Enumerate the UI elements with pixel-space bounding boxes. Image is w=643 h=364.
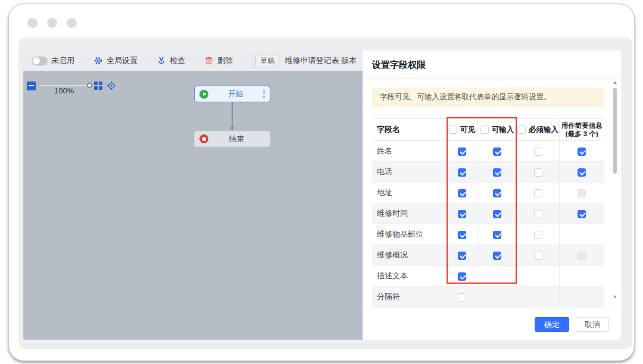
table-row: 姓名 — [372, 141, 604, 162]
required-checkbox[interactable] — [534, 252, 542, 260]
summary-cell — [559, 203, 604, 224]
summary-cell — [559, 224, 604, 245]
field-name-cell: 描述文本 — [372, 266, 447, 287]
visible-checkbox[interactable] — [458, 272, 466, 281]
summary-checkbox — [578, 252, 586, 260]
visible-cell — [447, 245, 477, 266]
column-header-required: 必须输入 — [517, 119, 559, 141]
summary-checkbox[interactable] — [578, 210, 586, 218]
summary-cell — [559, 266, 604, 287]
summary-cell — [559, 162, 604, 183]
panel-body: 字段可见、可输入设置将取代表单的显示逻辑设置。 字段名可见可输入必须输入用作简要… — [363, 79, 621, 309]
cancel-button[interactable]: 取消 — [576, 317, 609, 332]
field-name-cell: 姓名 — [372, 141, 447, 162]
required-cell — [517, 183, 559, 203]
node-menu-icon[interactable] — [263, 90, 265, 98]
visible-all-checkbox[interactable] — [449, 125, 457, 134]
end-node-label: 结束 — [208, 134, 265, 145]
required-cell — [517, 162, 559, 183]
table-row: 地址 — [372, 183, 604, 203]
locate-target-icon[interactable] — [107, 81, 116, 90]
required-checkbox[interactable] — [534, 168, 542, 177]
visible-cell — [447, 287, 477, 307]
delete-label: 删除 — [217, 55, 233, 66]
scroll-down-icon[interactable] — [613, 296, 617, 299]
required-checkbox[interactable] — [534, 231, 542, 239]
delete-button[interactable]: 删除 — [204, 55, 233, 66]
zoom-level: 100% — [54, 86, 74, 95]
visible-checkbox[interactable] — [458, 293, 466, 302]
column-header-editable: 可输入 — [477, 119, 517, 141]
draft-badge: 草稿 — [255, 55, 279, 67]
visible-checkbox[interactable] — [458, 189, 466, 197]
flow-edge-arrow — [232, 102, 233, 127]
panel-scrollbar[interactable] — [613, 80, 617, 300]
app-window: 未启用 全局设置 — [8, 4, 635, 361]
required-all-checkbox[interactable] — [517, 125, 526, 134]
global-settings-button[interactable]: 全局设置 — [93, 55, 138, 66]
window-dot-2[interactable] — [47, 18, 57, 28]
summary-cell — [559, 245, 604, 266]
editable-cell — [477, 183, 517, 203]
editable-checkbox[interactable] — [493, 168, 501, 177]
table-row: 分隔符 — [372, 287, 604, 307]
start-node-label: 开始 — [208, 89, 263, 99]
visible-cell — [447, 266, 477, 287]
visible-checkbox[interactable] — [458, 168, 466, 177]
flow-canvas[interactable]: 100% 开始 结束 — [23, 71, 363, 340]
editable-cell — [477, 203, 517, 224]
summary-cell — [559, 183, 604, 203]
visible-cell — [447, 162, 477, 183]
column-header-field: 字段名 — [372, 119, 447, 141]
app-content: 未启用 全局设置 — [18, 37, 632, 349]
table-row: 维修时间 — [372, 203, 604, 224]
scroll-up-icon[interactable] — [613, 81, 617, 84]
enable-toggle[interactable]: 未启用 — [32, 55, 74, 66]
zoom-slider-handle[interactable] — [87, 83, 92, 88]
required-checkbox[interactable] — [534, 210, 542, 218]
gear-icon — [93, 56, 103, 65]
editable-checkbox[interactable] — [493, 189, 501, 197]
column-header-visible: 可见 — [447, 119, 477, 141]
editable-cell — [477, 245, 517, 266]
field-name-cell: 维修概况 — [372, 245, 447, 266]
summary-checkbox[interactable] — [578, 148, 586, 156]
check-label: 检查 — [170, 55, 185, 66]
check-button[interactable]: 检查 — [157, 55, 185, 66]
editable-all-checkbox[interactable] — [480, 125, 489, 134]
required-cell — [517, 245, 559, 266]
editable-checkbox[interactable] — [493, 210, 501, 218]
required-checkbox[interactable] — [534, 189, 542, 197]
toggle-off-icon[interactable] — [32, 57, 48, 65]
field-name-cell: 维修时间 — [372, 203, 447, 224]
grid-view-icon[interactable] — [94, 81, 102, 90]
table-row: 描述文本 — [372, 266, 604, 287]
zoom-out-icon[interactable] — [27, 81, 36, 90]
table-row: 维修物品部位 — [372, 224, 604, 245]
visible-cell — [447, 224, 477, 245]
visible-checkbox[interactable] — [458, 148, 466, 156]
visible-checkbox[interactable] — [458, 210, 466, 218]
start-node[interactable]: 开始 — [194, 86, 270, 102]
summary-checkbox — [578, 189, 586, 197]
play-icon — [199, 90, 208, 99]
column-header-summary: 用作简要信息(最多 3 个) — [559, 119, 604, 141]
editable-checkbox[interactable] — [493, 252, 501, 260]
end-node[interactable]: 结束 — [194, 131, 270, 147]
scrollbar-thumb[interactable] — [613, 88, 617, 174]
notice-banner: 字段可见、可输入设置将取代表单的显示逻辑设置。 — [372, 87, 604, 107]
toggle-label: 未启用 — [51, 55, 74, 66]
visible-checkbox[interactable] — [458, 252, 466, 260]
window-dot-3[interactable] — [67, 18, 77, 28]
window-dot-1[interactable] — [27, 18, 38, 28]
summary-checkbox[interactable] — [578, 168, 586, 177]
required-checkbox[interactable] — [534, 148, 542, 156]
confirm-button[interactable]: 确定 — [535, 317, 569, 332]
required-cell — [517, 141, 559, 162]
field-name-cell: 地址 — [372, 183, 447, 203]
field-name-cell: 分隔符 — [372, 287, 447, 307]
editable-checkbox[interactable] — [493, 148, 501, 156]
visible-checkbox[interactable] — [458, 231, 466, 239]
editable-checkbox[interactable] — [493, 231, 501, 239]
field-name-cell: 维修物品部位 — [372, 224, 447, 245]
